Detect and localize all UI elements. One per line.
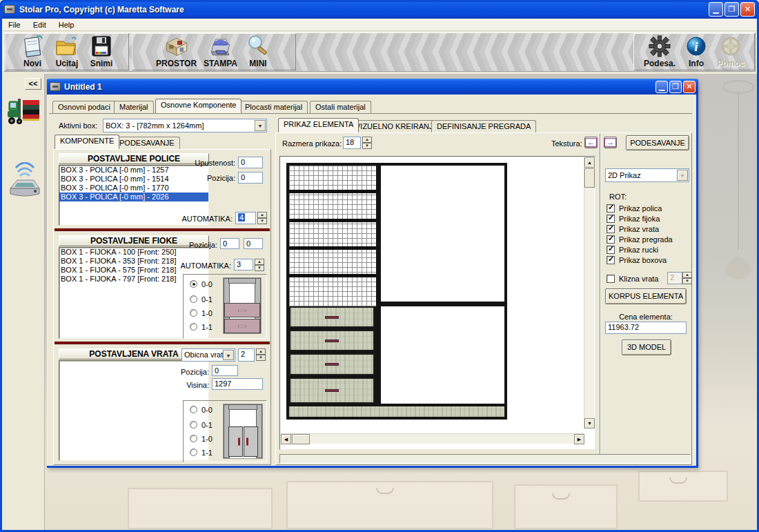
razmera-field[interactable]: 18 bbox=[343, 137, 361, 149]
scroll-up-icon[interactable]: ▲ bbox=[584, 157, 595, 168]
view-mode-combo[interactable]: 2D Prikaz ▼ bbox=[605, 168, 689, 182]
scanner-icon[interactable] bbox=[8, 162, 42, 206]
new-button[interactable]: Novi bbox=[19, 34, 46, 68]
forklift-icon[interactable] bbox=[6, 93, 42, 132]
vrata-count-spinner[interactable]: ▲▼ bbox=[256, 348, 266, 361]
spin-up-icon[interactable]: ▲ bbox=[257, 212, 267, 218]
drawing-canvas[interactable]: ▲ ▼ ◀ ▶ bbox=[279, 156, 595, 450]
doc-maximize-button[interactable]: ❐ bbox=[669, 81, 682, 93]
vrata-radio-1-1[interactable] bbox=[190, 449, 197, 456]
police-automatika-spinner[interactable]: ▲▼ bbox=[257, 212, 267, 224]
prostor-button[interactable]: PROSTOR bbox=[156, 34, 197, 68]
scroll-down-icon[interactable]: ▼ bbox=[584, 418, 595, 428]
menu-edit[interactable]: Edit bbox=[27, 19, 52, 30]
model-3d-button[interactable]: 3D MODEL bbox=[622, 339, 671, 355]
spin-up-icon[interactable]: ▲ bbox=[362, 137, 372, 143]
police-pozicija-label: Pozicija: bbox=[183, 174, 235, 182]
spin-down-icon[interactable]: ▼ bbox=[362, 143, 372, 149]
mini-button[interactable]: MINI bbox=[244, 34, 272, 68]
police-automatika-field[interactable]: 4 bbox=[235, 212, 256, 224]
korpus-elementa-button[interactable]: KORPUS ELEMENTA bbox=[605, 288, 687, 304]
fioke-automatika-field[interactable]: 3 bbox=[234, 259, 253, 270]
spin-down-icon[interactable]: ▼ bbox=[255, 265, 264, 271]
chevron-down-icon[interactable]: ▼ bbox=[255, 120, 266, 131]
save-button[interactable]: Snimi bbox=[88, 34, 115, 68]
doc-minimize-button[interactable]: ▁ bbox=[656, 81, 668, 93]
spin-down-icon[interactable]: ▼ bbox=[257, 218, 267, 224]
vertical-scrollbar[interactable]: ▲ ▼ bbox=[584, 157, 594, 428]
spin-up-icon[interactable]: ▲ bbox=[255, 259, 264, 265]
fioke-radio-0-1[interactable] bbox=[190, 295, 197, 303]
spin-down-icon[interactable]: ▼ bbox=[256, 355, 266, 361]
tab-osnovni-podaci[interactable]: Osnovni podaci bbox=[52, 101, 116, 113]
checkbox-prikaz-pregrada[interactable] bbox=[607, 235, 615, 244]
sidebar-collapse-button[interactable]: << bbox=[25, 78, 41, 90]
list-item[interactable]: BOX 3 - POLICA [-0 mm] - 1770 bbox=[59, 184, 208, 193]
minimize-button[interactable]: ▁ bbox=[709, 2, 723, 17]
checkbox-prikaz-fijoka[interactable] bbox=[607, 215, 615, 223]
vrata-radio-0-0[interactable] bbox=[190, 406, 197, 413]
tab-komponente[interactable]: KOMPONENTE bbox=[55, 135, 119, 149]
vrata-type-combo[interactable]: Obicna vrata ▼ bbox=[181, 348, 235, 362]
checkbox-prikaz-rucki[interactable] bbox=[607, 246, 615, 254]
stampa-button[interactable]: STAMPA bbox=[204, 34, 237, 68]
aktivni-box-combo[interactable]: BOX: 3 - [782mm x 1264mm] ▼ bbox=[103, 119, 267, 132]
vrata-radio-0-1[interactable] bbox=[190, 421, 197, 428]
fioke-pozicija-field-1[interactable]: 0 bbox=[220, 238, 239, 249]
arrow-right-icon: → bbox=[604, 138, 616, 147]
open-button[interactable]: Ucitaj bbox=[53, 34, 81, 68]
tekstura-next-button[interactable]: → bbox=[604, 137, 617, 148]
fioke-automatika-spinner[interactable]: ▲▼ bbox=[255, 259, 264, 271]
tab-definisanje-pregrada[interactable]: DEFINISANJE PREGRADA bbox=[431, 120, 536, 132]
document-icon bbox=[50, 82, 61, 91]
tekstura-prev-button[interactable]: ← bbox=[584, 137, 598, 148]
vrata-pozicija-field[interactable]: 0 bbox=[212, 365, 238, 376]
tab-ostali-materijal[interactable]: Ostali materijal bbox=[310, 101, 371, 113]
tab-vizuelno-kreiranje[interactable]: VIZUELNO KREIRANJE bbox=[350, 120, 444, 132]
shelf-line bbox=[289, 219, 376, 222]
fioke-radio-0-0[interactable] bbox=[190, 280, 197, 288]
menu-help[interactable]: Help bbox=[52, 19, 81, 30]
left-sidebar: << bbox=[2, 74, 45, 530]
status-strip bbox=[279, 454, 691, 464]
police-pozicija-field[interactable]: 0 bbox=[238, 172, 263, 184]
tab-podesavanje[interactable]: PODESAVANJE bbox=[114, 137, 180, 149]
fioke-radio-1-0[interactable] bbox=[190, 309, 197, 317]
doc-close-button[interactable]: ✕ bbox=[683, 81, 696, 93]
horizontal-scroll-thumb[interactable] bbox=[292, 434, 310, 444]
tab-materijal[interactable]: Materijal bbox=[114, 101, 154, 113]
cena-elementa-field[interactable]: 11963.72 bbox=[605, 322, 687, 334]
podesa-button[interactable]: Podesa. bbox=[644, 34, 676, 68]
chevron-down-icon[interactable]: ▼ bbox=[223, 350, 234, 360]
checkbox-klizna-vrata[interactable] bbox=[607, 275, 615, 283]
spin-up-icon[interactable]: ▲ bbox=[256, 348, 266, 355]
checkbox-prikaz-polica[interactable] bbox=[607, 204, 615, 213]
fioke-radio-1-1[interactable] bbox=[190, 323, 197, 331]
list-item-selected[interactable]: BOX 3 - POLICA [-0 mm] - 2026 bbox=[59, 193, 208, 201]
vrata-radio-1-0[interactable] bbox=[190, 435, 197, 442]
vertical-scroll-thumb[interactable] bbox=[584, 168, 595, 188]
tekstura-label: Tekstura: bbox=[551, 139, 582, 148]
tab-prikaz-elementa[interactable]: PRIKAZ ELEMENTA bbox=[278, 118, 359, 132]
vrata-count-field[interactable]: 2 bbox=[238, 348, 255, 362]
visina-field[interactable]: 1297 bbox=[212, 378, 263, 390]
podesavanje-button[interactable]: PODESAVANJE bbox=[626, 135, 689, 150]
checkbox-prikaz-vrata[interactable] bbox=[607, 225, 615, 233]
info-button[interactable]: i Info bbox=[682, 34, 710, 68]
horizontal-scrollbar[interactable]: ◀ ▶ bbox=[281, 433, 584, 444]
cabinet-ghost bbox=[638, 471, 728, 502]
cabinet-ghost bbox=[514, 484, 618, 529]
tab-plocasti-materijal[interactable]: Plocasti materijal bbox=[239, 101, 308, 113]
fioke-pozicija-field-2[interactable]: 0 bbox=[244, 238, 263, 249]
razmera-spinner[interactable]: ▲▼ bbox=[362, 137, 372, 149]
app-titlebar[interactable]: Stolar Pro, Copyright (c) Maretta Softwa… bbox=[0, 0, 759, 19]
menu-file[interactable]: File bbox=[2, 19, 27, 30]
tab-osnovne-komponente[interactable]: Osnovne Komponente bbox=[155, 99, 241, 113]
checkbox-prikaz-boxova[interactable] bbox=[607, 256, 615, 264]
maximize-button[interactable]: ❐ bbox=[724, 2, 739, 17]
scroll-left-icon[interactable]: ◀ bbox=[281, 434, 291, 444]
close-button[interactable]: ✕ bbox=[740, 2, 755, 17]
scroll-right-icon[interactable]: ▶ bbox=[574, 434, 584, 444]
upustenost-field[interactable]: 0 bbox=[238, 157, 263, 168]
document-titlebar[interactable]: Untitled 1 ▁ ❐ ✕ bbox=[47, 79, 698, 95]
